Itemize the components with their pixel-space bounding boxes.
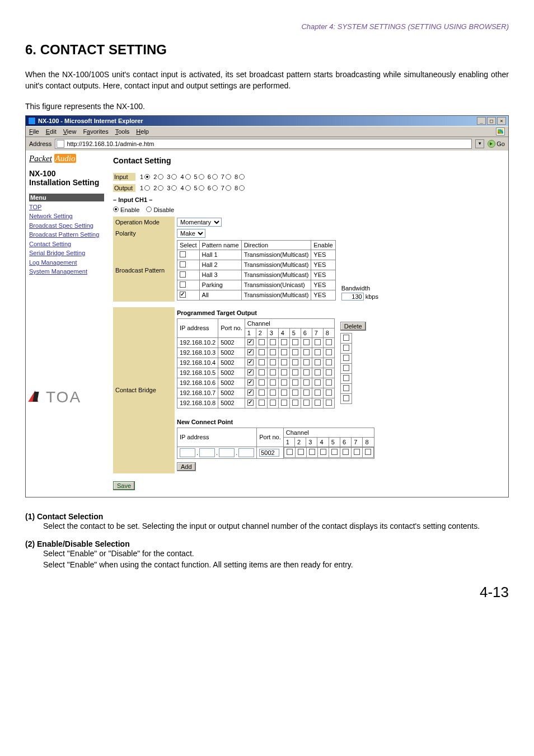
channel-checkbox[interactable] bbox=[281, 400, 287, 406]
sidebar-link-top[interactable]: TOP bbox=[29, 203, 104, 212]
channel-checkbox[interactable] bbox=[298, 449, 304, 455]
delete-checkbox[interactable] bbox=[343, 355, 349, 361]
delete-checkbox[interactable] bbox=[343, 375, 349, 381]
sidebar-link-broadcast-spec[interactable]: Broadcast Spec Setting bbox=[29, 221, 104, 231]
channel-checkbox[interactable] bbox=[287, 449, 293, 455]
channel-checkbox[interactable] bbox=[326, 389, 332, 396]
delete-button[interactable]: Delete bbox=[340, 322, 366, 331]
channel-checkbox[interactable] bbox=[247, 349, 254, 355]
radio-enable[interactable]: Enable bbox=[113, 206, 139, 213]
polarity-select[interactable]: Make bbox=[177, 229, 205, 238]
channel-checkbox[interactable] bbox=[292, 369, 298, 375]
delete-checkbox[interactable] bbox=[343, 395, 349, 401]
channel-checkbox[interactable] bbox=[315, 389, 321, 396]
minimize-button[interactable]: _ bbox=[477, 117, 486, 125]
radio-disable[interactable]: Disable bbox=[146, 206, 174, 213]
channel-checkbox[interactable] bbox=[281, 379, 287, 386]
channel-checkbox[interactable] bbox=[247, 379, 254, 386]
sidebar-link-network[interactable]: Network Setting bbox=[29, 212, 104, 221]
output-radio-8[interactable]: 8 bbox=[235, 185, 245, 191]
input-radio-5[interactable]: 5 bbox=[194, 173, 204, 180]
sidebar-link-contact[interactable]: Contact Setting bbox=[29, 240, 104, 249]
channel-checkbox[interactable] bbox=[292, 349, 298, 355]
channel-checkbox[interactable] bbox=[259, 359, 265, 365]
output-radio-3[interactable]: 3 bbox=[167, 185, 177, 191]
channel-checkbox[interactable] bbox=[259, 369, 265, 375]
input-radio-2[interactable]: 2 bbox=[153, 173, 163, 180]
channel-checkbox[interactable] bbox=[259, 339, 265, 345]
menu-edit[interactable]: Edit bbox=[46, 128, 57, 135]
sidebar-link-system-management[interactable]: System Management bbox=[29, 267, 104, 276]
channel-checkbox[interactable] bbox=[270, 349, 276, 355]
channel-checkbox[interactable] bbox=[270, 400, 276, 406]
select-checkbox[interactable] bbox=[180, 251, 186, 257]
select-checkbox[interactable] bbox=[180, 271, 186, 278]
channel-checkbox[interactable] bbox=[292, 400, 298, 406]
menu-tools[interactable]: Tools bbox=[115, 128, 130, 135]
output-radio-5[interactable]: 5 bbox=[194, 185, 204, 191]
channel-checkbox[interactable] bbox=[315, 359, 321, 365]
channel-checkbox[interactable] bbox=[247, 389, 254, 396]
channel-checkbox[interactable] bbox=[247, 339, 254, 345]
sidebar-link-broadcast-pattern[interactable]: Broadcast Pattern Setting bbox=[29, 230, 104, 240]
channel-checkbox[interactable] bbox=[303, 349, 310, 355]
channel-checkbox[interactable] bbox=[247, 359, 254, 365]
address-input[interactable]: http://192.168.10.1/admin-e.htm bbox=[55, 139, 472, 149]
maximize-button[interactable]: □ bbox=[487, 117, 496, 125]
channel-checkbox[interactable] bbox=[315, 400, 321, 406]
channel-checkbox[interactable] bbox=[281, 359, 287, 365]
select-checkbox[interactable] bbox=[180, 261, 186, 267]
delete-checkbox[interactable] bbox=[343, 385, 349, 391]
input-radio-6[interactable]: 6 bbox=[208, 173, 218, 180]
delete-checkbox[interactable] bbox=[343, 345, 349, 351]
channel-checkbox[interactable] bbox=[326, 369, 332, 375]
channel-checkbox[interactable] bbox=[303, 339, 310, 345]
menu-file[interactable]: File bbox=[29, 128, 39, 135]
channel-checkbox[interactable] bbox=[281, 339, 287, 345]
channel-checkbox[interactable] bbox=[303, 389, 310, 396]
menu-favorites[interactable]: Favorites bbox=[83, 128, 108, 135]
input-radio-4[interactable]: 4 bbox=[180, 173, 190, 180]
bandwidth-input[interactable] bbox=[341, 293, 364, 300]
delete-checkbox[interactable] bbox=[343, 365, 349, 371]
channel-checkbox[interactable] bbox=[270, 389, 276, 396]
address-dropdown-icon[interactable]: ▼ bbox=[475, 139, 484, 148]
channel-checkbox[interactable] bbox=[331, 449, 338, 455]
new-ip-input[interactable]: . . . bbox=[180, 448, 254, 457]
channel-checkbox[interactable] bbox=[326, 400, 332, 406]
menu-view[interactable]: View bbox=[63, 128, 77, 135]
channel-checkbox[interactable] bbox=[303, 379, 310, 386]
channel-checkbox[interactable] bbox=[259, 389, 265, 396]
select-checkbox[interactable] bbox=[180, 292, 186, 298]
channel-checkbox[interactable] bbox=[259, 379, 265, 386]
channel-checkbox[interactable] bbox=[315, 369, 321, 375]
channel-checkbox[interactable] bbox=[281, 389, 287, 396]
add-button[interactable]: Add bbox=[177, 462, 196, 471]
channel-checkbox[interactable] bbox=[270, 369, 276, 375]
close-button[interactable]: × bbox=[497, 117, 506, 125]
channel-checkbox[interactable] bbox=[281, 349, 287, 355]
sidebar-link-serial[interactable]: Serial Bridge Setting bbox=[29, 248, 104, 258]
channel-checkbox[interactable] bbox=[354, 449, 360, 455]
sidebar-link-log[interactable]: Log Management bbox=[29, 258, 104, 267]
channel-checkbox[interactable] bbox=[303, 359, 310, 365]
channel-checkbox[interactable] bbox=[303, 369, 310, 375]
channel-checkbox[interactable] bbox=[292, 359, 298, 365]
output-radio-6[interactable]: 6 bbox=[208, 185, 218, 191]
channel-checkbox[interactable] bbox=[259, 349, 265, 355]
select-checkbox[interactable] bbox=[180, 281, 186, 288]
delete-checkbox[interactable] bbox=[343, 335, 349, 341]
channel-checkbox[interactable] bbox=[270, 379, 276, 386]
channel-checkbox[interactable] bbox=[326, 379, 332, 386]
channel-checkbox[interactable] bbox=[315, 379, 321, 386]
go-button[interactable]: Go bbox=[488, 140, 505, 148]
input-radio-1[interactable]: 1 bbox=[140, 173, 150, 180]
menu-help[interactable]: Help bbox=[136, 128, 149, 135]
channel-checkbox[interactable] bbox=[309, 449, 315, 455]
channel-checkbox[interactable] bbox=[292, 389, 298, 396]
channel-checkbox[interactable] bbox=[292, 339, 298, 345]
channel-checkbox[interactable] bbox=[270, 339, 276, 345]
channel-checkbox[interactable] bbox=[315, 349, 321, 355]
input-radio-3[interactable]: 3 bbox=[167, 173, 177, 180]
channel-checkbox[interactable] bbox=[247, 400, 254, 406]
